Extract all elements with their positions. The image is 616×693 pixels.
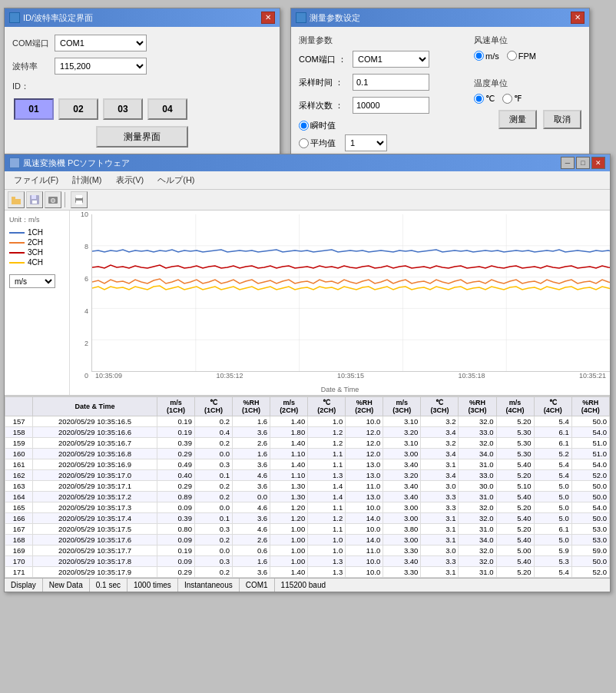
dialog2-title: 测量参数设定 bbox=[310, 12, 360, 24]
toolbar-camera-button[interactable] bbox=[45, 191, 61, 208]
table-cell: 30.0 bbox=[459, 481, 496, 492]
dialog2-close-button[interactable]: ✕ bbox=[571, 12, 585, 24]
legend-title: Unit：m/s bbox=[9, 215, 65, 225]
fpm-radio[interactable] bbox=[507, 51, 517, 61]
toolbar-print-button[interactable] bbox=[71, 191, 88, 208]
com-select[interactable]: COM1 COM2 COM3 COM4 bbox=[55, 35, 147, 51]
table-cell: 32.0 bbox=[459, 438, 496, 449]
th-temp-3ch: ℃(3CH) bbox=[421, 397, 459, 416]
table-cell: 0.2 bbox=[194, 481, 232, 492]
table-cell: 0.2 bbox=[194, 492, 232, 502]
menu-file[interactable]: ファイル(F) bbox=[8, 173, 65, 187]
table-cell: 5.4 bbox=[534, 567, 571, 578]
baud-select[interactable]: 9,600 19,200 38,400 57,600 115,200 bbox=[55, 58, 147, 75]
table-cell: 0.0 bbox=[194, 449, 232, 459]
data-table: Date & Time m/s(1CH) ℃(1CH) %RH(1CH) m/s… bbox=[5, 396, 610, 578]
table-cell: 52.0 bbox=[571, 470, 609, 481]
menu-measure[interactable]: 計測(M) bbox=[66, 173, 108, 187]
close-button[interactable]: ✕ bbox=[591, 157, 605, 169]
table-cell: 1.1 bbox=[308, 524, 346, 535]
ms-radio-label[interactable]: m/s bbox=[474, 51, 499, 61]
table-cell: 0.1 bbox=[194, 513, 232, 524]
id-button-02[interactable]: 02 bbox=[58, 98, 98, 120]
table-cell: 0.19 bbox=[157, 427, 194, 438]
table-cell: 2020/05/29 10:35:17.3 bbox=[33, 502, 157, 513]
toolbar-save-button[interactable] bbox=[26, 191, 43, 208]
table-cell: 3.40 bbox=[383, 459, 421, 470]
cancel-button[interactable]: 取消 bbox=[543, 110, 581, 129]
table-cell: 157 bbox=[5, 416, 33, 427]
table-cell: 0.09 bbox=[157, 535, 194, 545]
main-titlebar: 風速変換機 PCソフトウェア ─ □ ✕ bbox=[5, 154, 610, 171]
unit-select[interactable]: m/s FPM bbox=[9, 274, 55, 288]
th-rh-3ch: %RH(3CH) bbox=[459, 397, 496, 416]
table-cell: 0.0 bbox=[194, 502, 232, 513]
legend-1ch-line bbox=[9, 232, 25, 234]
data-table-container[interactable]: Date & Time m/s(1CH) ℃(1CH) %RH(1CH) m/s… bbox=[5, 396, 610, 578]
status-display: Display bbox=[5, 579, 43, 592]
table-cell: 5.30 bbox=[496, 438, 534, 449]
dialog1-titlebar: ID/波特率設定界面 ✕ bbox=[5, 8, 280, 27]
maximize-button[interactable]: □ bbox=[576, 157, 590, 169]
instant-radio[interactable] bbox=[299, 121, 309, 131]
toolbar-open-button[interactable] bbox=[8, 191, 25, 208]
id-baud-dialog: ID/波特率設定界面 ✕ COM端口 COM1 COM2 COM3 COM4 波… bbox=[4, 8, 280, 156]
celsius-radio[interactable] bbox=[474, 94, 484, 104]
svg-rect-10 bbox=[76, 201, 82, 204]
th-rh-1ch: %RH(1CH) bbox=[233, 397, 270, 416]
menu-help[interactable]: ヘルプ(H) bbox=[151, 173, 200, 187]
minimize-button[interactable]: ─ bbox=[561, 157, 575, 169]
table-cell: 34.0 bbox=[459, 535, 496, 545]
id-button-group: 01 02 03 04 bbox=[12, 98, 272, 120]
table-cell: 32.0 bbox=[459, 513, 496, 524]
table-cell: 50.0 bbox=[571, 481, 609, 492]
table-cell: 1.6 bbox=[233, 556, 270, 567]
sample-time-input[interactable] bbox=[353, 74, 429, 91]
table-cell: 168 bbox=[5, 535, 33, 545]
table-row: 1682020/05/29 10:35:17.60.090.22.61.001.… bbox=[5, 535, 610, 545]
dialog1-close-button[interactable]: ✕ bbox=[261, 12, 275, 24]
table-cell: 1.0 bbox=[308, 545, 346, 556]
sample-count-input[interactable] bbox=[353, 97, 429, 114]
legend-2ch-line bbox=[9, 242, 25, 244]
table-cell: 33.0 bbox=[459, 470, 496, 481]
table-cell: 1.10 bbox=[270, 470, 308, 481]
table-cell: 5.20 bbox=[496, 470, 534, 481]
menu-view[interactable]: 表示(V) bbox=[110, 173, 151, 187]
fahrenheit-radio-label[interactable]: ℉ bbox=[502, 94, 522, 104]
table-cell: 1.30 bbox=[270, 492, 308, 502]
table-cell: 5.0 bbox=[534, 502, 571, 513]
table-cell: 5.0 bbox=[534, 513, 571, 524]
com-label: COM端口 bbox=[12, 38, 55, 49]
id-button-03[interactable]: 03 bbox=[103, 98, 143, 120]
window-controls: ─ □ ✕ bbox=[561, 157, 605, 169]
dialog2-buttons: 测量 取消 bbox=[474, 110, 581, 129]
table-row: 1622020/05/29 10:35:17.00.400.14.61.101.… bbox=[5, 470, 610, 481]
fahrenheit-radio[interactable] bbox=[502, 94, 512, 104]
status-com: COM1 bbox=[240, 579, 275, 592]
table-row: 1712020/05/29 10:35:17.90.290.23.61.401.… bbox=[5, 567, 610, 578]
celsius-radio-label[interactable]: ℃ bbox=[474, 94, 495, 104]
table-cell: 2020/05/29 10:35:16.9 bbox=[33, 459, 157, 470]
table-cell: 0.19 bbox=[157, 416, 194, 427]
table-cell: 1.20 bbox=[270, 502, 308, 513]
chart-legend: Unit：m/s 1CH 2CH 3CH 4CH m/s FPM bbox=[5, 211, 70, 395]
measure-button[interactable]: 测量 bbox=[498, 110, 537, 129]
measure-params-dialog: 测量参数设定 ✕ 测量参数 COM端口 ： COM1 COM2 COM3 COM… bbox=[290, 8, 590, 163]
measure-interface-button[interactable]: 测量界面 bbox=[96, 126, 188, 148]
average-radio-label[interactable]: 平均值 bbox=[299, 138, 336, 149]
table-cell: 3.6 bbox=[233, 427, 270, 438]
average-select[interactable]: 1 5 10 30 60 bbox=[345, 134, 387, 151]
instant-radio-label[interactable]: 瞬时值 bbox=[299, 120, 336, 131]
ms-radio[interactable] bbox=[474, 51, 484, 61]
id-button-04[interactable]: 04 bbox=[147, 98, 187, 120]
table-cell: 14.0 bbox=[346, 535, 383, 545]
legend-2ch: 2CH bbox=[9, 238, 65, 247]
average-radio[interactable] bbox=[299, 138, 309, 148]
th-rh-4ch: %RH(4CH) bbox=[571, 397, 609, 416]
fpm-radio-label[interactable]: FPM bbox=[507, 51, 536, 61]
dialog2-com-select[interactable]: COM1 COM2 COM3 COM4 bbox=[353, 51, 429, 68]
id-button-01[interactable]: 01 bbox=[14, 98, 54, 120]
status-times: 1000 times bbox=[128, 579, 178, 592]
table-cell: 5.0 bbox=[534, 481, 571, 492]
